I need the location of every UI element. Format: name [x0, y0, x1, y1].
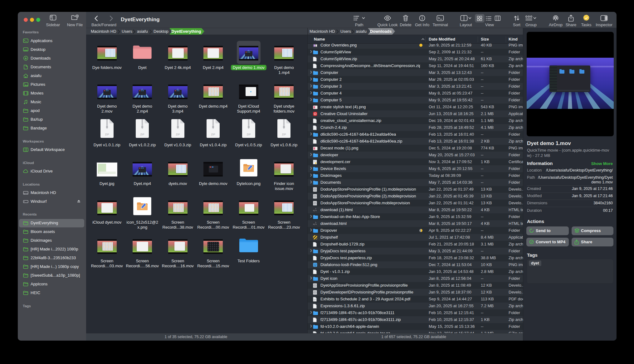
- svg-text:ZIP: ZIP: [140, 133, 145, 136]
- svg-text:ZIP: ZIP: [246, 133, 251, 136]
- svg-text:ZIP: ZIP: [282, 133, 286, 136]
- svg-text:ZIP: ZIP: [176, 133, 180, 136]
- svg-text:ZIP: ZIP: [211, 133, 216, 136]
- svg-text:ZIP: ZIP: [105, 133, 109, 136]
